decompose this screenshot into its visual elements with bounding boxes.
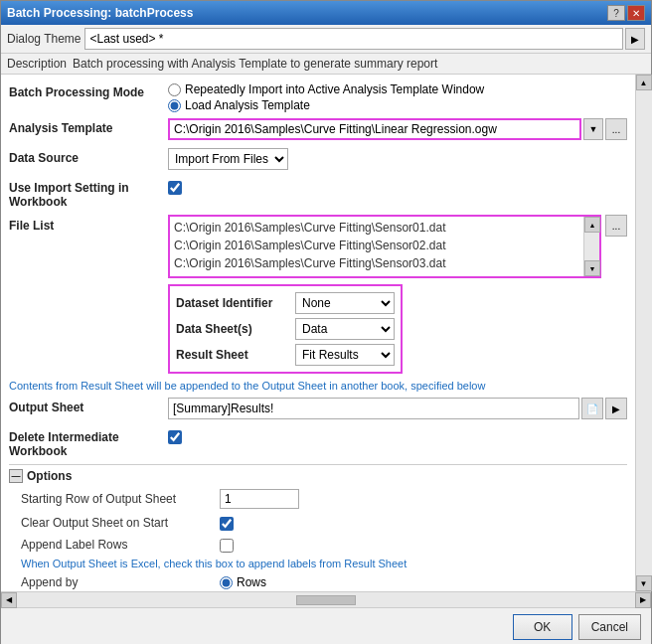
result-sheet-select[interactable]: Fit Results xyxy=(295,344,395,366)
file-list-row: File List C:\Origin 2016\Samples\Curve F… xyxy=(9,215,627,278)
output-sheet-row: Output Sheet 📄 ▶ xyxy=(9,398,627,421)
starting-row-input[interactable] xyxy=(220,489,299,509)
window-title: Batch Processing: batchProcess xyxy=(7,6,193,20)
analysis-template-label: Analysis Template xyxy=(9,118,168,135)
file-list-scroll-down[interactable]: ▼ xyxy=(584,260,600,276)
bottom-scrollbar: ◀ ▶ xyxy=(1,591,651,607)
append-by-options: Rows Columns xyxy=(220,575,283,591)
clear-output-label: Clear Output Sheet on Start xyxy=(21,516,220,530)
append-rows-radio[interactable]: Rows xyxy=(220,575,283,589)
radio-load[interactable]: Load Analysis Template xyxy=(168,98,484,112)
options-header: — Options xyxy=(9,469,627,483)
help-button[interactable]: ? xyxy=(607,5,625,21)
dataset-identifier-row: Dataset Identifier None xyxy=(176,292,395,314)
content-area: Batch Processing Mode Repeatedly Import … xyxy=(1,75,651,591)
analysis-template-dropdown-btn[interactable]: ▼ xyxy=(583,118,603,140)
title-bar: Batch Processing: batchProcess ? ✕ xyxy=(1,1,651,25)
info-link[interactable]: Contents from Result Sheet will be appen… xyxy=(9,380,627,392)
description-label: Description xyxy=(7,57,67,71)
append-label-checkbox[interactable] xyxy=(220,539,234,553)
file-list-item-2: C:\Origin 2016\Samples\Curve Fitting\Sen… xyxy=(174,237,579,254)
batch-mode-row: Batch Processing Mode Repeatedly Import … xyxy=(9,82,627,112)
radio-repeatedly[interactable]: Repeatedly Import into Active Analysis T… xyxy=(168,82,484,96)
radio-repeatedly-input[interactable] xyxy=(168,83,181,96)
file-list-control: C:\Origin 2016\Samples\Curve Fitting\Sen… xyxy=(168,215,627,278)
hscroll-thumb xyxy=(296,595,356,605)
close-button[interactable]: ✕ xyxy=(627,5,645,21)
file-list-content: C:\Origin 2016\Samples\Curve Fitting\Sen… xyxy=(170,217,583,276)
clear-output-option: Clear Output Sheet on Start xyxy=(21,514,627,531)
analysis-template-row: Analysis Template ▼ ... xyxy=(9,118,627,142)
result-sheet-row: Result Sheet Fit Results xyxy=(176,344,395,366)
delete-intermediate-row: Delete Intermediate Workbook xyxy=(9,427,627,458)
cancel-button[interactable]: Cancel xyxy=(578,614,641,640)
theme-combo[interactable] xyxy=(84,28,623,50)
clear-output-checkbox[interactable] xyxy=(220,517,234,531)
delete-intermediate-label: Delete Intermediate Workbook xyxy=(9,427,168,458)
append-label-option: Append Label Rows xyxy=(21,536,627,553)
batch-mode-radio-group: Repeatedly Import into Active Analysis T… xyxy=(168,82,484,112)
append-rows-input[interactable] xyxy=(220,576,233,589)
batch-mode-label: Batch Processing Mode xyxy=(9,82,168,99)
data-source-label: Data Source xyxy=(9,148,168,165)
info-link-row: Contents from Result Sheet will be appen… xyxy=(9,380,627,392)
main-panel: Batch Processing Mode Repeatedly Import … xyxy=(1,75,635,591)
scroll-up-btn[interactable]: ▲ xyxy=(636,75,652,90)
use-import-row: Use Import Setting in Workbook xyxy=(9,178,627,209)
ok-button[interactable]: OK xyxy=(513,614,572,640)
file-list-item-3: C:\Origin 2016\Samples\Curve Fitting\Sen… xyxy=(174,254,579,272)
hscroll-track[interactable] xyxy=(17,592,635,607)
file-list-area: C:\Origin 2016\Samples\Curve Fitting\Sen… xyxy=(168,215,601,278)
use-import-label: Use Import Setting in Workbook xyxy=(9,178,168,209)
append-rows-label: Rows xyxy=(237,575,266,589)
starting-row-option: Starting Row of Output Sheet xyxy=(21,489,627,509)
output-sheet-control: 📄 ▶ xyxy=(168,398,627,419)
highlighted-inner: Dataset Identifier None Data Sheet(s) Da… xyxy=(168,284,403,374)
scroll-down-btn[interactable]: ▼ xyxy=(636,575,652,591)
analysis-template-browse-btn[interactable]: ... xyxy=(605,118,627,140)
delete-intermediate-checkbox[interactable] xyxy=(168,430,182,444)
file-list-scroll-up[interactable]: ▲ xyxy=(584,217,600,233)
options-label: Options xyxy=(27,469,72,483)
batch-mode-control: Repeatedly Import into Active Analysis T… xyxy=(168,82,627,112)
divider-1 xyxy=(9,464,627,465)
radio-repeatedly-label: Repeatedly Import into Active Analysis T… xyxy=(185,82,484,96)
result-sheet-label: Result Sheet xyxy=(176,348,295,362)
use-import-control xyxy=(168,178,627,195)
analysis-template-input[interactable] xyxy=(168,118,581,140)
file-list-browse-btn[interactable]: ... xyxy=(605,215,627,237)
excel-info-row: When Output Sheet is Excel, check this b… xyxy=(21,558,627,569)
options-section: Starting Row of Output Sheet Clear Outpu… xyxy=(9,489,627,591)
theme-label: Dialog Theme xyxy=(7,32,81,46)
options-collapse-btn[interactable]: — xyxy=(9,469,23,483)
theme-row: Dialog Theme ▶ xyxy=(1,25,651,54)
hscroll-left-btn[interactable]: ◀ xyxy=(1,592,17,608)
excel-info-link[interactable]: When Output Sheet is Excel, check this b… xyxy=(21,558,627,569)
data-source-row: Data Source Import From Files xyxy=(9,148,627,172)
description-text: Batch processing with Analysis Template … xyxy=(73,57,437,71)
title-bar-buttons: ? ✕ xyxy=(607,5,645,21)
right-scrollbar: ▲ ▼ xyxy=(635,75,651,591)
data-sheets-select[interactable]: Data xyxy=(295,318,395,340)
output-play-btn[interactable]: ▶ xyxy=(605,398,627,419)
file-list-scrollbar: ▲ ▼ xyxy=(583,217,599,276)
output-page-btn[interactable]: 📄 xyxy=(581,398,603,419)
hscroll-right-btn[interactable]: ▶ xyxy=(635,592,651,608)
file-list-scroll-track xyxy=(584,233,599,260)
data-source-select[interactable]: Import From Files xyxy=(168,148,288,170)
data-source-control: Import From Files xyxy=(168,148,627,170)
delete-intermediate-control xyxy=(168,427,627,444)
output-input-row: 📄 ▶ xyxy=(168,398,627,419)
radio-load-input[interactable] xyxy=(168,99,181,112)
theme-arrow-button[interactable]: ▶ xyxy=(625,28,645,50)
dialog-footer: OK Cancel xyxy=(1,607,651,644)
data-sheets-row: Data Sheet(s) Data xyxy=(176,318,395,340)
append-label-label: Append Label Rows xyxy=(21,538,220,552)
append-by-label: Append by xyxy=(21,575,220,589)
scroll-track[interactable] xyxy=(636,90,652,575)
description-row: Description Batch processing with Analys… xyxy=(1,54,651,75)
batch-processing-window: Batch Processing: batchProcess ? ✕ Dialo… xyxy=(0,0,652,644)
output-sheet-input[interactable] xyxy=(168,398,579,419)
use-import-checkbox[interactable] xyxy=(168,181,182,195)
dataset-identifier-select[interactable]: None xyxy=(295,292,395,314)
